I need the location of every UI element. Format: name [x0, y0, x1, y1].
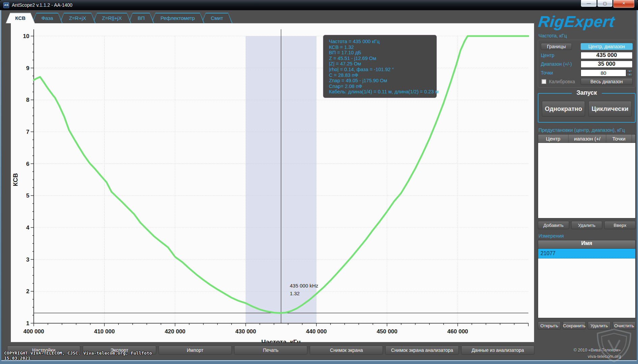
tab-ksv[interactable]: КСВ [6, 13, 35, 23]
chart-panel: 400 000410 000420 000430 000440 000450 0… [10, 23, 534, 342]
copyright-watermark: COPYRIGHT VIVA-TELECOM, CJSC. Viva-telec… [4, 351, 152, 361]
tab-smith[interactable]: Смит [201, 13, 232, 23]
print-button[interactable]: Печать [234, 346, 307, 355]
points-decrement-button[interactable]: ▼ [627, 73, 633, 77]
points-label: Точки [541, 70, 581, 75]
calibration-checkbox[interactable] [542, 79, 546, 84]
measurements-label: Измерения [538, 233, 636, 239]
x-tick-label: 450 000 [377, 328, 397, 335]
measurement-tooltip: Частота = 435 000 кГцКСВ = 1.32ВП = 17.1… [323, 35, 437, 98]
tab-faza[interactable]: Фаза [32, 13, 63, 23]
tooltip-line: |rho| = 0.14, фаза = -101.92 ° [329, 67, 437, 72]
sidebar: RigExpert Частота, кГц Границы Центр, ди… [538, 13, 636, 359]
delete-preset-button[interactable]: Удалить [571, 221, 603, 229]
move-up-button[interactable]: Вверх [604, 221, 636, 229]
y-tick-label: 9 [26, 65, 29, 71]
tooltip-line: C = 28.83 пФ [329, 72, 437, 78]
tab-faza-label: Фаза [33, 13, 62, 23]
y-tick-label: 5 [26, 192, 29, 199]
tab-z-series-label: Z=R+jX [60, 13, 95, 23]
window-controls: — ▢ ✕ [580, 0, 635, 8]
center-span-toggle[interactable]: Центр, диапазон [581, 43, 633, 50]
client-area: КСВФазаZ=R+jXZ=R||+jXВПРефлектометрСмит … [1, 10, 637, 360]
measurements-table-header: Имя [538, 240, 635, 249]
add-preset-button[interactable]: Добавить [538, 221, 569, 229]
cursor-frequency-label: 435 000 kHz [290, 283, 318, 289]
save-measurement-button[interactable]: Сохранить [563, 322, 586, 330]
tab-ksv-label: КСВ [6, 13, 34, 23]
y-tick-label: 6 [26, 161, 29, 167]
span-input[interactable]: 35 000 [581, 61, 633, 68]
run-cyclic-button[interactable]: Циклически [588, 101, 632, 117]
app-window: AS AntScope2 v.1.1.2 - AA-1400 — ▢ ✕ КСВ… [0, 0, 638, 364]
tab-z-parallel-label: Z=R||+jX [93, 13, 131, 23]
presets-column-header: Точки [606, 134, 632, 143]
presets-column-header: иапазон (+/ [568, 134, 606, 143]
run-group-title: Запуск [572, 89, 602, 96]
points-input[interactable]: 80 [581, 69, 626, 77]
app-icon: AS [3, 2, 9, 8]
close-button[interactable]: ✕ [613, 0, 635, 8]
y-tick-label: 3 [26, 256, 29, 263]
full-range-button[interactable]: Весь диапазон [581, 78, 633, 85]
tab-reflectometer-label: Рефлектометр [152, 13, 204, 23]
presets-table[interactable]: Центриапазон (+/Точки [538, 134, 636, 218]
bounds-button[interactable]: Границы [541, 43, 572, 50]
rigexpert-logo: RigExpert [537, 13, 636, 30]
x-axis-title: Частота, кГц [261, 338, 301, 343]
tab-smith-label: Смит [202, 13, 232, 23]
run-group: Запуск Однократно Циклически [538, 93, 636, 123]
import-button[interactable]: Импорт [159, 346, 232, 355]
run-single-button[interactable]: Однократно [542, 101, 585, 117]
frequency-group: Границы Центр, диапазон Центр 435 000 Ди… [538, 40, 636, 88]
tooltip-line: ВП = 17.10 дБ [329, 50, 437, 56]
tab-vp-label: ВП [129, 13, 154, 23]
tab-z-series[interactable]: Z=R+jX [59, 13, 95, 23]
tooltip-line: Спар= 2.08 пФ [329, 84, 437, 89]
x-tick-label: 460 000 [447, 328, 468, 335]
tab-bar: КСВФазаZ=R+jXZ=R||+jXВПРефлектометрСмит [6, 13, 229, 23]
minimize-button[interactable]: — [581, 0, 597, 7]
cursor-swr-label: 1.32 [290, 291, 300, 296]
y-tick-label: 7 [26, 129, 29, 135]
tab-z-parallel[interactable]: Z=R||+jX [92, 13, 131, 23]
screenshot-button[interactable]: Снимок экрана [310, 346, 383, 355]
analyzer-data-button[interactable]: Данные из анализатора [461, 346, 534, 355]
measurement-row[interactable]: 21077 [538, 249, 635, 259]
presets-buttons: ДобавитьУдалитьВверх [538, 221, 636, 229]
points-increment-button[interactable]: ▲ [627, 69, 633, 73]
x-tick-label: 430 000 [235, 328, 256, 335]
tab-vp[interactable]: ВП [128, 13, 154, 23]
span-label: Диапазон (+/-) [541, 61, 581, 67]
x-tick-label: 410 000 [94, 328, 115, 335]
tooltip-line: Кабель: длина(1/4) = 0.11 м, длина(1/2) … [329, 89, 437, 95]
y-tick-label: 8 [26, 97, 29, 103]
center-label: Центр [541, 53, 581, 58]
x-tick-label: 440 000 [306, 328, 327, 335]
open-measurement-button[interactable]: Открыть [538, 322, 561, 330]
center-frequency-input[interactable]: 435 000 [581, 52, 633, 59]
window-title: AntScope2 v.1.1.2 - AA-1400 [12, 2, 73, 8]
tooltip-line: |Z| = 47.25 Ом [329, 61, 437, 67]
calibration-label: Калибровка [549, 79, 581, 84]
tooltip-line: Zпар = 49.05 - j175.90 Ом [329, 78, 437, 84]
analyzer-screenshot-button[interactable]: Снимок экрана анализатора [385, 346, 459, 355]
measurements-table[interactable]: Имя 21077 [538, 240, 636, 318]
y-tick-label: 1 [26, 320, 29, 327]
presets-label: Предустановки (центр, диапазон), кГц [538, 127, 636, 133]
x-tick-label: 400 000 [23, 328, 44, 335]
presets-table-header: Центриапазон (+/Точки [538, 134, 635, 143]
site-url-watermark: viva-telecom.org [588, 354, 621, 359]
maximize-button[interactable]: ▢ [597, 0, 613, 7]
frequency-section-label: Частота, кГц [538, 33, 636, 38]
y-tick-label: 4 [26, 224, 30, 231]
site-credit-watermark: © 2010 «Вива-Телеком» [574, 348, 621, 353]
presets-column-header: Центр [538, 134, 568, 143]
swr-chart[interactable]: 400 000410 000420 000430 000440 000450 0… [11, 23, 535, 343]
title-bar[interactable]: AS AntScope2 v.1.1.2 - AA-1400 — ▢ ✕ [0, 0, 638, 10]
tab-reflectometer[interactable]: Рефлектометр [151, 13, 204, 23]
y-tick-label: 10 [23, 33, 29, 39]
tooltip-line: КСВ = 1.32 [329, 44, 437, 50]
tooltip-line: Z = 45.51 - j12.69 Ом [329, 56, 437, 61]
tooltip-line: Частота = 435 000 кГц [329, 39, 437, 44]
